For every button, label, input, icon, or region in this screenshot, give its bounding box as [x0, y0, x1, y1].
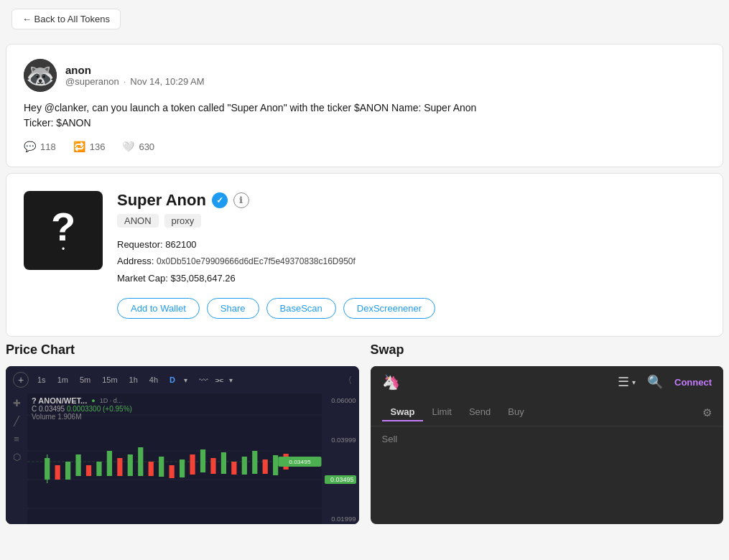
chart-time-1m[interactable]: 1m: [55, 374, 71, 386]
tweet-stat-likes: 🤍 630: [122, 141, 154, 152]
swap-tab-buy[interactable]: Buy: [499, 403, 532, 421]
tweet-dot: ·: [124, 76, 126, 87]
swap-settings-icon[interactable]: ⚙: [702, 406, 712, 419]
tweet-retweets-count: 136: [90, 141, 106, 152]
svg-rect-21: [200, 449, 205, 472]
token-question-mark: ?: [51, 207, 75, 247]
requestor-value: 862100: [165, 239, 196, 250]
svg-rect-18: [170, 465, 175, 478]
token-badges: ANON proxy: [117, 214, 705, 228]
chart-price-current: 0.03495: [325, 475, 356, 484]
svg-rect-22: [210, 458, 215, 474]
market-cap-label: Market Cap:: [117, 273, 168, 284]
basescan-button[interactable]: BaseScan: [266, 298, 336, 319]
token-name: Super Anon: [117, 191, 206, 210]
chart-lines-tool[interactable]: ≡: [14, 434, 19, 444]
token-type-badge: proxy: [164, 214, 202, 228]
chart-price-high: 0.06000: [325, 396, 356, 404]
tweet-stats: 💬 118 🔁 136 🤍 630: [24, 141, 705, 152]
chart-close-value: 0.03495: [39, 405, 65, 413]
chart-container: + 1s 1m 5m 15m 1h 4h D ▾ 〰 ⫘ ▾ ⟨ ✚ ╱: [6, 366, 359, 524]
add-to-wallet-button[interactable]: Add to Wallet: [117, 298, 200, 319]
chart-pair-label: ? ANON/WET...: [32, 396, 87, 405]
chart-volume-value: 1.906M: [57, 413, 81, 421]
svg-rect-20: [190, 454, 195, 475]
chart-nodes-tool[interactable]: ⬡: [13, 452, 21, 462]
chart-info-overlay: ? ANON/WET... ● 1D · d... C 0.03495 0.00…: [32, 396, 132, 421]
token-image: ? •: [24, 191, 103, 270]
token-address: Address: 0x0Db510e79909666d6dEc7f5e49370…: [117, 253, 705, 270]
tweet-handle-time: @superanon · Nov 14, 10:29 AM: [65, 76, 205, 87]
address-value: 0x0Db510e79909666d6dEc7f5e49370838c16D95…: [157, 256, 356, 266]
chart-price-change: 0.0003300 (+0.95%): [67, 405, 132, 413]
chart-area: ? ANON/WET... ● 1D · d... C 0.03495 0.00…: [27, 393, 322, 524]
swap-menu-icon[interactable]: ☰ ▾: [618, 374, 636, 390]
svg-rect-26: [252, 451, 257, 474]
chart-time-4h[interactable]: 4h: [147, 374, 161, 386]
svg-rect-7: [55, 465, 60, 480]
svg-rect-28: [273, 455, 278, 475]
swap-container: 🦄 ☰ ▾ 🔍 Connect Swap Limit Send Buy ⚙: [371, 366, 724, 524]
price-chart-title: Price Chart: [6, 342, 359, 358]
svg-rect-10: [86, 465, 91, 476]
chart-time-1h[interactable]: 1h: [126, 374, 141, 386]
chart-time-dropdown-arrow[interactable]: ▾: [184, 376, 187, 384]
chart-candle-icon[interactable]: ⫘: [214, 375, 223, 386]
token-ticker-badge: ANON: [117, 214, 159, 228]
swap-menu-arrow: ▾: [632, 378, 636, 386]
swap-tab-limit[interactable]: Limit: [423, 403, 460, 421]
price-chart-section: Price Chart + 1s 1m 5m 15m 1h 4h D ▾ 〰 ⫘…: [6, 342, 359, 524]
dexscreener-button[interactable]: DexScreenener: [343, 298, 435, 319]
chart-timeframe: 1D · d...: [100, 397, 123, 404]
chart-left-tools: ✚ ╱ ≡ ⬡: [6, 393, 27, 524]
tweet-handle: @superanon: [65, 76, 119, 87]
chart-time-5m[interactable]: 5m: [77, 374, 93, 386]
tweet-header: anon @superanon · Nov 14, 10:29 AM: [24, 59, 705, 92]
svg-rect-11: [96, 462, 101, 476]
token-header: ? • Super Anon ✓ ℹ ANON proxy Requestor:…: [24, 191, 705, 319]
svg-text:0.03495: 0.03495: [289, 459, 310, 465]
swap-connect-button[interactable]: Connect: [674, 377, 712, 388]
tweet-stat-comments: 💬 118: [24, 141, 56, 152]
token-info: Super Anon ✓ ℹ ANON proxy Requestor: 862…: [117, 191, 705, 319]
swap-tab-swap[interactable]: Swap: [382, 403, 424, 421]
market-cap-value: $35,058,647.26: [170, 273, 235, 284]
chart-time-1s[interactable]: 1s: [34, 374, 49, 386]
chart-crosshair-tool[interactable]: ✚: [13, 398, 21, 409]
chart-collapse-icon[interactable]: ⟨: [348, 375, 352, 385]
svg-rect-13: [117, 458, 122, 476]
chart-draw-tool[interactable]: ╱: [14, 416, 19, 426]
tweet-card: anon @superanon · Nov 14, 10:29 AM Hey @…: [6, 44, 723, 167]
token-actions: Add to Wallet Share BaseScan DexScreenen…: [117, 298, 705, 319]
avatar: [24, 59, 57, 92]
chart-line-icon[interactable]: 〰: [199, 375, 208, 386]
chart-time-d[interactable]: D: [167, 374, 178, 386]
chart-time-15m[interactable]: 15m: [99, 374, 120, 386]
svg-rect-24: [231, 462, 236, 475]
swap-search-icon[interactable]: 🔍: [647, 374, 663, 390]
chart-price-low: 0.01999: [325, 515, 356, 523]
svg-rect-17: [159, 457, 164, 477]
svg-rect-19: [180, 459, 185, 477]
back-to-tokens-button[interactable]: ← Back to All Tokens: [11, 9, 121, 29]
chart-plus-icon[interactable]: +: [13, 372, 29, 388]
tweet-timestamp: Nov 14, 10:29 AM: [130, 76, 204, 87]
svg-rect-14: [128, 454, 133, 476]
tweet-body: Hey @clanker, can you launch a token cal…: [24, 101, 705, 131]
requestor-label: Requestor:: [117, 239, 163, 250]
tweet-username: anon: [65, 64, 205, 76]
chart-volume-label: Volume: [32, 413, 55, 421]
tweet-user-info: anon @superanon · Nov 14, 10:29 AM: [65, 64, 205, 87]
svg-rect-25: [242, 457, 247, 475]
svg-rect-23: [221, 452, 226, 474]
swap-topbar: 🦄 ☰ ▾ 🔍 Connect: [371, 366, 724, 398]
chart-price-info: C 0.03495 0.0003300 (+0.95%): [32, 405, 132, 413]
share-button[interactable]: Share: [207, 298, 259, 319]
chart-type-dropdown-arrow[interactable]: ▾: [229, 376, 233, 384]
swap-tabs: Swap Limit Send Buy ⚙: [371, 398, 724, 426]
token-title-row: Super Anon ✓ ℹ: [117, 191, 705, 210]
swap-tab-send[interactable]: Send: [460, 403, 499, 421]
tweet-likes-count: 630: [139, 141, 154, 152]
hamburger-icon: ☰: [618, 374, 629, 390]
chart-right-scale: 0.06000 0.03999 0.03495 0.01999: [322, 393, 359, 524]
